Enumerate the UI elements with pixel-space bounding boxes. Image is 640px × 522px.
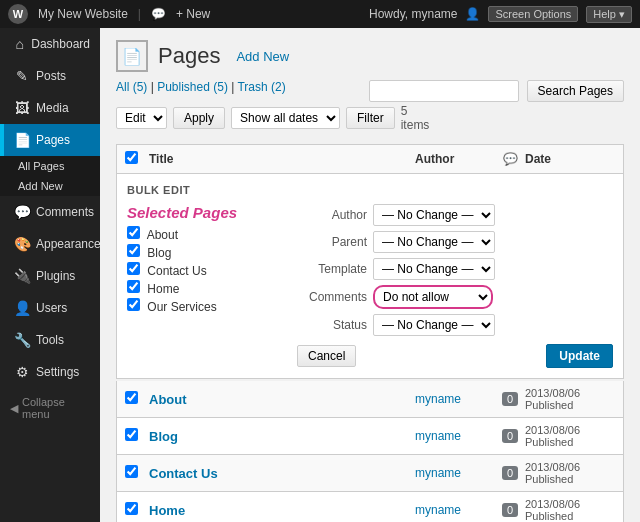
help-button[interactable]: Help ▾: [586, 6, 632, 23]
filter-trash-link[interactable]: Trash (2): [237, 80, 285, 94]
row-check-contact: [125, 465, 149, 481]
bulk-edit-row-status: Status — No Change —: [297, 314, 613, 336]
search-input[interactable]: [369, 80, 519, 102]
row-author-blog: myname: [415, 429, 495, 443]
users-icon: 👤: [14, 300, 30, 316]
wp-logo[interactable]: W: [8, 4, 28, 24]
page-contact-us[interactable]: Contact Us: [127, 261, 287, 279]
page-about-checkbox[interactable]: [127, 226, 140, 239]
row-author-link-about[interactable]: myname: [415, 392, 461, 406]
filter-button[interactable]: Filter: [346, 107, 395, 129]
comment-bubble-contact[interactable]: 0: [502, 466, 518, 480]
page-our-services[interactable]: Our Services: [127, 297, 287, 315]
template-field-select[interactable]: — No Change —: [373, 258, 495, 280]
row-author-link-home[interactable]: myname: [415, 503, 461, 517]
new-button[interactable]: + New: [176, 7, 210, 21]
table-row: Home myname 0 2013/08/06Published: [116, 492, 624, 522]
row-checkbox-contact[interactable]: [125, 465, 138, 478]
sidebar-item-appearance[interactable]: 🎨 Appearance: [0, 228, 100, 260]
bulk-action-select[interactable]: Edit: [116, 107, 167, 129]
sidebar-label-media: Media: [36, 101, 69, 115]
sidebar-item-tools[interactable]: 🔧 Tools: [0, 324, 100, 356]
dates-filter-select[interactable]: Show all dates: [231, 107, 340, 129]
plugins-icon: 🔌: [14, 268, 30, 284]
sidebar-item-posts[interactable]: ✎ Posts: [0, 60, 100, 92]
sidebar-label-settings: Settings: [36, 365, 79, 379]
row-date-home: 2013/08/06Published: [525, 498, 615, 522]
row-author-link-blog[interactable]: myname: [415, 429, 461, 443]
page-home[interactable]: Home: [127, 279, 287, 297]
page-header-icon: 📄: [116, 40, 148, 72]
table-row: Blog myname 0 2013/08/06Published: [116, 418, 624, 455]
page-our-services-checkbox[interactable]: [127, 298, 140, 311]
screen-options-button[interactable]: Screen Options: [488, 6, 578, 22]
parent-field-label: Parent: [297, 235, 367, 249]
items-count: 5 items: [401, 104, 430, 132]
check-all-checkbox[interactable]: [125, 151, 138, 164]
author-field-select[interactable]: — No Change —: [373, 204, 495, 226]
pages-submenu: All Pages Add New: [0, 156, 100, 196]
table-row: About myname 0 2013/08/06Published: [116, 381, 624, 418]
bulk-edit-row-parent: Parent — No Change —: [297, 231, 613, 253]
cancel-button[interactable]: Cancel: [297, 345, 356, 367]
all-pages-label: All Pages: [18, 160, 64, 172]
add-new-link[interactable]: Add New: [236, 49, 289, 64]
row-checkbox-about[interactable]: [125, 391, 138, 404]
bulk-edit-actions: Cancel Update: [297, 344, 613, 368]
row-title-link-contact[interactable]: Contact Us: [149, 466, 218, 481]
sidebar-item-settings[interactable]: ⚙ Settings: [0, 356, 100, 388]
page-blog[interactable]: Blog: [127, 243, 287, 261]
sidebar-item-add-new-page[interactable]: Add New: [10, 176, 100, 196]
row-title-link-blog[interactable]: Blog: [149, 429, 178, 444]
row-check-blog: [125, 428, 149, 444]
posts-icon: ✎: [14, 68, 30, 84]
status-field-select[interactable]: — No Change —: [373, 314, 495, 336]
sidebar-item-media[interactable]: 🖼 Media: [0, 92, 100, 124]
sidebar-label-appearance: Appearance: [36, 237, 101, 251]
collapse-menu[interactable]: ◀ Collapse menu: [0, 388, 100, 428]
comment-bubble-home[interactable]: 0: [502, 503, 518, 517]
sidebar-item-dashboard[interactable]: ⌂ Dashboard: [0, 28, 100, 60]
page-home-checkbox[interactable]: [127, 280, 140, 293]
row-check-about: [125, 391, 149, 407]
row-title-contact: Contact Us: [149, 466, 415, 481]
apply-button[interactable]: Apply: [173, 107, 225, 129]
row-date-blog: 2013/08/06Published: [525, 424, 615, 448]
sidebar-item-plugins[interactable]: 🔌 Plugins: [0, 260, 100, 292]
comment-bubble-about[interactable]: 0: [502, 392, 518, 406]
comments-icon: 💬: [14, 204, 30, 220]
status-field-label: Status: [297, 318, 367, 332]
row-title-link-home[interactable]: Home: [149, 503, 185, 518]
update-button[interactable]: Update: [546, 344, 613, 368]
filter-all-link[interactable]: All (5): [116, 80, 147, 94]
comments-field-select[interactable]: Do not allow: [373, 285, 493, 309]
page-blog-checkbox[interactable]: [127, 244, 140, 257]
admin-bar-sep: |: [138, 7, 141, 21]
bulk-edit-title: BULK EDIT: [127, 184, 613, 196]
page-header: 📄 Pages Add New: [116, 40, 624, 72]
sidebar-label-plugins: Plugins: [36, 269, 75, 283]
author-field-label: Author: [297, 208, 367, 222]
search-pages-button[interactable]: Search Pages: [527, 80, 624, 102]
dashboard-icon: ⌂: [14, 36, 25, 52]
parent-field-select[interactable]: — No Change —: [373, 231, 495, 253]
site-name-link[interactable]: My New Website: [38, 7, 128, 21]
row-checkbox-blog[interactable]: [125, 428, 138, 441]
media-icon: 🖼: [14, 100, 30, 116]
page-contact-us-checkbox[interactable]: [127, 262, 140, 275]
filter-published-link[interactable]: Published (5): [157, 80, 228, 94]
sidebar-item-comments[interactable]: 💬 Comments: [0, 196, 100, 228]
sidebar-item-all-pages[interactable]: All Pages: [10, 156, 100, 176]
sidebar-item-users[interactable]: 👤 Users: [0, 292, 100, 324]
row-checkbox-home[interactable]: [125, 502, 138, 515]
row-title-link-about[interactable]: About: [149, 392, 187, 407]
header-date-col: Date: [525, 152, 615, 166]
row-author-link-contact[interactable]: myname: [415, 466, 461, 480]
comment-bubble-blog[interactable]: 0: [502, 429, 518, 443]
page-about[interactable]: About: [127, 225, 287, 243]
sidebar-item-pages[interactable]: 📄 Pages: [0, 124, 100, 156]
sidebar-label-posts: Posts: [36, 69, 66, 83]
bulk-edit-section: BULK EDIT Selected Pages About Blog Cont…: [116, 174, 624, 379]
chat-icon: 💬: [151, 7, 166, 21]
admin-bar-right: Howdy, myname 👤 Screen Options Help ▾: [369, 6, 632, 23]
